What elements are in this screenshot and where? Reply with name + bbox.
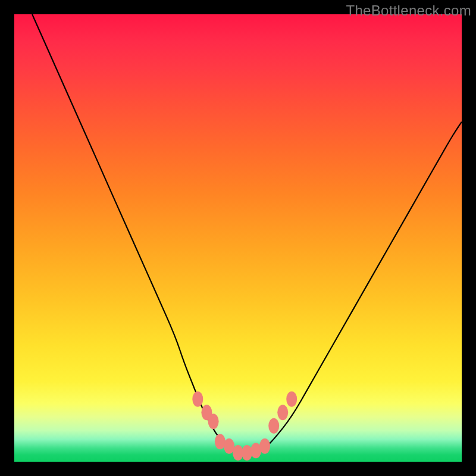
outer-frame: TheBottleneck.com [0,0,476,476]
plot-area [14,14,462,462]
watermark-text: TheBottleneck.com [346,2,471,19]
heat-gradient [14,14,462,462]
